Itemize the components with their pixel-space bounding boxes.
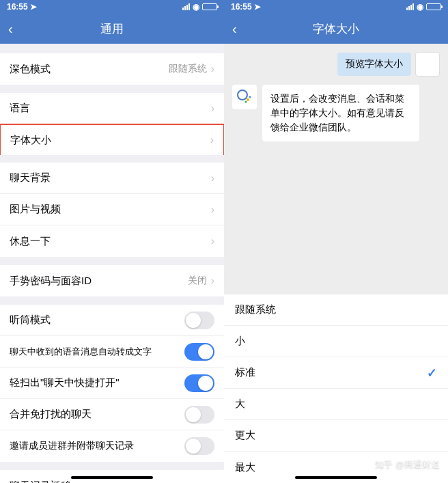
back-icon[interactable]: ‹ xyxy=(8,21,13,37)
size-option-large[interactable]: 大 xyxy=(224,389,448,420)
chevron-right-icon: › xyxy=(211,235,214,247)
svg-point-0 xyxy=(238,90,247,100)
row-font-size[interactable]: 字体大小 › xyxy=(0,124,224,155)
chevron-right-icon: › xyxy=(211,63,214,75)
svg-point-1 xyxy=(247,98,249,101)
avatar-self xyxy=(415,52,440,77)
font-size-options: 跟随系统 小 标准✓ 大 更大 最大 xyxy=(224,294,448,483)
row-media[interactable]: 图片与视频 › xyxy=(0,194,224,225)
size-option-follow[interactable]: 跟随系统 xyxy=(224,294,448,326)
toggle-earpiece[interactable] xyxy=(184,312,214,329)
avatar-wecom xyxy=(232,85,257,109)
toggle-invite-history[interactable] xyxy=(184,437,214,455)
wifi-icon: ◉ xyxy=(193,2,199,12)
size-option-standard[interactable]: 标准✓ xyxy=(224,357,448,389)
row-earpiece: 听筒模式 xyxy=(0,305,224,336)
svg-point-2 xyxy=(249,96,251,98)
back-icon[interactable]: ‹ xyxy=(232,21,237,37)
toggle-merge-dnd[interactable] xyxy=(184,406,214,424)
status-bar: 16:55 ➤ ◉ xyxy=(224,0,448,14)
wifi-icon: ◉ xyxy=(417,2,423,12)
row-face-id[interactable]: 手势密码与面容ID 关闭 › xyxy=(0,265,224,296)
row-invite-history: 邀请成员进群并附带聊天记录 xyxy=(0,430,224,462)
toggle-quick-open[interactable] xyxy=(184,374,214,392)
signal-icon xyxy=(182,3,190,10)
nav-title: 字体大小 xyxy=(313,21,359,37)
row-merge-dnd: 合并免打扰的聊天 xyxy=(0,399,224,430)
status-bar: 16:55 ➤ ◉ xyxy=(0,0,224,14)
home-indicator[interactable] xyxy=(71,476,153,479)
chevron-right-icon: › xyxy=(211,275,214,287)
right-screenshot: 16:55 ➤ ◉ ‹ 字体大小 预览字体大小 设置后，会改变消息、会话和菜单中 xyxy=(224,0,448,483)
home-indicator[interactable] xyxy=(295,476,377,479)
check-icon: ✓ xyxy=(427,365,437,381)
row-language[interactable]: 语言 › xyxy=(0,93,224,124)
row-chat-bg[interactable]: 聊天背景 › xyxy=(0,163,224,194)
preview-message-self: 预览字体大小 xyxy=(337,52,440,77)
battery-icon xyxy=(202,3,217,10)
chevron-right-icon: › xyxy=(210,134,214,146)
left-screenshot: 16:55 ➤ ◉ ‹ 通用 深色模式 跟随系统 › 语言 › 字体大小 › xyxy=(0,0,224,483)
signal-icon xyxy=(406,3,414,10)
row-quick-open: 轻扫出"聊天中快捷打开" xyxy=(0,368,224,399)
nav-bar: ‹ 通用 xyxy=(0,14,224,44)
row-voice-text: 聊天中收到的语音消息自动转成文字 xyxy=(0,336,224,368)
preview-message-system: 设置后，会改变消息、会话和菜单中的字体大小。如有意见请反馈给企业微信团队。 xyxy=(232,85,419,141)
nav-title: 通用 xyxy=(100,21,124,37)
svg-point-3 xyxy=(245,101,247,103)
nav-bar: ‹ 字体大小 xyxy=(224,14,448,44)
wecom-icon xyxy=(236,89,253,105)
size-option-larger[interactable]: 更大 xyxy=(224,420,448,452)
chevron-right-icon: › xyxy=(211,102,214,115)
toggle-voice-text[interactable] xyxy=(184,343,214,361)
chevron-right-icon: › xyxy=(211,204,214,216)
battery-icon xyxy=(426,3,441,10)
row-rest[interactable]: 休息一下 › xyxy=(0,225,224,257)
chevron-right-icon: › xyxy=(211,480,214,483)
chevron-right-icon: › xyxy=(211,172,214,184)
chat-preview: 预览字体大小 设置后，会改变消息、会话和菜单中的字体大小。如有意见请反馈给企业微… xyxy=(224,44,448,294)
watermark: 知乎 @商通财道 xyxy=(375,458,440,471)
row-dark-mode[interactable]: 深色模式 跟随系统 › xyxy=(0,53,224,85)
size-option-small[interactable]: 小 xyxy=(224,326,448,357)
